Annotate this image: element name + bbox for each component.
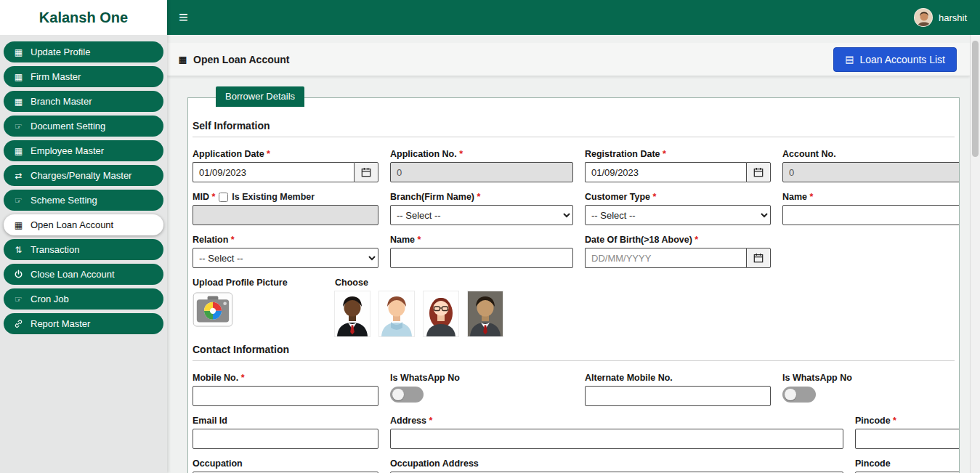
form-row: MID Is Existing Member Branch(Firm Name)… <box>193 192 955 225</box>
sidebar-item-label: Firm Master <box>31 71 81 82</box>
field-label: Name <box>390 235 573 245</box>
address-input[interactable] <box>390 429 843 449</box>
avatar-option-2[interactable] <box>379 291 414 336</box>
alt-whatsapp-toggle-field: Is WhatsApp No <box>782 373 960 406</box>
toggle-knob <box>785 389 796 400</box>
avatar-option-3[interactable] <box>424 291 458 336</box>
user-name: harshit <box>939 12 967 23</box>
calendar-icon[interactable] <box>746 248 771 268</box>
dob-field: Date Of Birth(>18 Above) <box>585 235 771 268</box>
address-field: Address <box>390 416 843 449</box>
hand-pointer-icon: ☞ <box>13 196 24 205</box>
sidebar-item-charges-penalty-master[interactable]: ⇄ Charges/Penalty Master <box>4 165 163 186</box>
field-label: Customer Type <box>585 192 771 202</box>
is-existing-member-checkbox[interactable] <box>219 193 228 202</box>
grid-icon: ▦ <box>13 147 24 155</box>
field-label: Alternate Mobile No. <box>585 373 771 383</box>
sidebar-item-close-loan-account[interactable]: Close Loan Account <box>4 264 163 285</box>
sidebar-item-label: Report Master <box>31 318 90 329</box>
sidebar-item-report-master[interactable]: Report Master <box>4 313 163 334</box>
field-label: Pincode <box>855 458 960 469</box>
sidebar-item-document-setting[interactable]: ☞ Document Setting <box>4 116 163 137</box>
relation-select[interactable]: -- Select -- <box>193 248 378 268</box>
sidebar-item-firm-master[interactable]: ▦ Firm Master <box>4 66 163 87</box>
grid-icon: ▦ <box>13 97 24 106</box>
sidebar-item-scheme-setting[interactable]: ☞ Scheme Setting <box>4 190 163 211</box>
application-date-input[interactable] <box>193 162 354 182</box>
form-row: Application Date Application No. <box>193 149 955 182</box>
calendar-icon[interactable] <box>354 162 378 182</box>
app-root: Kalansh One ▦ Update Profile ▦ Firm Mast… <box>0 0 980 473</box>
sidebar-item-branch-master[interactable]: ▦ Branch Master <box>4 91 163 112</box>
field-label: Application Date <box>193 149 378 159</box>
avatar-options <box>335 291 503 336</box>
user-menu[interactable]: harshit <box>914 8 967 27</box>
field-label: Account No. <box>782 149 960 159</box>
field-label: Occupation <box>193 458 378 469</box>
main-area: ≡ harshit ▦ Open Loan Account ▤ Loan Acc… <box>167 0 980 473</box>
field-label: Date Of Birth(>18 Above) <box>585 235 771 245</box>
email-input[interactable] <box>193 429 378 449</box>
loan-accounts-list-button[interactable]: ▤ Loan Accounts List <box>833 47 957 72</box>
hand-pointer-icon: ☞ <box>13 122 24 131</box>
sidebar-item-transaction[interactable]: ⇅ Transaction <box>4 239 163 260</box>
sidebar-item-label: Update Profile <box>31 47 90 57</box>
relation-name-input[interactable] <box>390 248 573 268</box>
section-title-contact-information: Contact Information <box>193 344 955 355</box>
form-row: Relation -- Select -- Name Date Of Birth… <box>193 235 955 268</box>
sidebar-item-label: Cron Job <box>31 294 69 304</box>
avatar-option-1[interactable] <box>335 291 370 336</box>
occupation-address-field: Occupation Address <box>390 458 843 473</box>
account-no-field: Account No. <box>782 149 960 182</box>
brand-title: Kalansh One <box>0 0 167 35</box>
sidebar-item-label: Scheme Setting <box>31 195 97 206</box>
avatar-option-4[interactable] <box>468 291 503 336</box>
field-label: Is WhatsApp No <box>390 373 573 383</box>
sidebar-item-label: Branch Master <box>31 96 92 107</box>
sidebar-item-label: Close Loan Account <box>31 269 115 280</box>
branch-select[interactable]: -- Select -- <box>390 205 573 225</box>
sidebar-item-open-loan-account[interactable]: ▦ Open Loan Account <box>4 214 163 235</box>
divider <box>193 360 955 361</box>
name-input[interactable] <box>782 205 960 225</box>
relation-field: Relation -- Select -- <box>193 235 378 268</box>
customer-type-select[interactable]: -- Select -- <box>585 205 771 225</box>
upload-camera-icon[interactable] <box>193 292 233 327</box>
vertical-scrollbar[interactable] <box>970 35 980 473</box>
grid-icon: ▦ <box>13 221 24 230</box>
mobile-no-input[interactable] <box>193 386 378 406</box>
mid-field: MID Is Existing Member <box>193 192 378 225</box>
registration-date-input[interactable] <box>585 162 746 182</box>
field-label: Occupation Address <box>390 458 843 469</box>
alt-whatsapp-toggle[interactable] <box>782 387 816 403</box>
sidebar-item-label: Employee Master <box>31 145 104 156</box>
hamburger-icon[interactable]: ≡ <box>179 9 188 25</box>
field-label: Branch(Firm Name) <box>390 192 573 202</box>
sidebar-item-update-profile[interactable]: ▦ Update Profile <box>4 41 163 62</box>
field-label: Name <box>782 192 960 202</box>
alternate-mobile-no-input[interactable] <box>585 386 771 406</box>
alternate-mobile-no-field: Alternate Mobile No. <box>585 373 771 406</box>
registration-date-field: Registration Date <box>585 149 771 182</box>
calendar-icon[interactable] <box>746 162 771 182</box>
page-title: ▦ Open Loan Account <box>177 54 289 65</box>
toggle-knob <box>392 389 404 400</box>
field-label: Email Id <box>193 416 378 426</box>
tab-borrower-details[interactable]: Borrower Details <box>216 86 304 107</box>
relation-name-field: Name <box>390 235 573 268</box>
whatsapp-toggle-field: Is WhatsApp No <box>390 373 573 406</box>
choose-avatar-label: Choose <box>335 278 503 288</box>
user-avatar <box>914 8 933 27</box>
field-label: Is WhatsApp No <box>782 373 960 383</box>
sidebar-item-employee-master[interactable]: ▦ Employee Master <box>4 140 163 161</box>
whatsapp-toggle[interactable] <box>390 387 424 403</box>
dob-input[interactable] <box>585 248 746 268</box>
section-title-self-information: Self Information <box>193 120 955 132</box>
pincode-input[interactable] <box>855 429 960 449</box>
scrollbar-thumb[interactable] <box>972 41 979 157</box>
sidebar-item-label: Charges/Penalty Master <box>31 170 131 181</box>
power-icon <box>13 270 24 279</box>
sidebar-item-cron-job[interactable]: ☞ Cron Job <box>4 288 163 310</box>
field-label: Pincode <box>855 416 960 426</box>
email-field: Email Id <box>193 416 378 449</box>
